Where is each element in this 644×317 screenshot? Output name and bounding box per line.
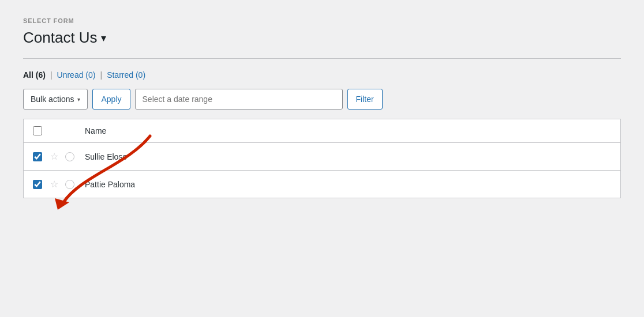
- tab-all[interactable]: All (6): [23, 70, 46, 80]
- tab-unread[interactable]: Unread (0): [57, 70, 96, 80]
- row-1-checkbox-col: [33, 152, 50, 161]
- table-row: ☆ Pattie Paloma: [24, 171, 620, 198]
- row-2-read-col: [65, 180, 80, 189]
- header-name-col: Name: [85, 126, 611, 135]
- tab-unread-count: (0): [85, 70, 95, 80]
- table-row: ☆ Sullie Eloso: [24, 143, 620, 171]
- chevron-down-icon[interactable]: ▾: [101, 32, 106, 44]
- row-1-read-col: [65, 152, 80, 161]
- bulk-actions-chevron-icon: ▾: [77, 96, 80, 103]
- row-1-star-icon[interactable]: ☆: [50, 151, 58, 162]
- tab-all-count: (6): [36, 70, 46, 80]
- form-title-row: Contact Us ▾: [23, 29, 621, 47]
- row-2-name: Pattie Paloma: [85, 180, 611, 189]
- table-wrapper: Name ☆ Sullie Eloso: [23, 119, 621, 198]
- tab-divider-2: |: [100, 70, 102, 80]
- tab-unread-label: Unread: [57, 70, 84, 80]
- tab-starred[interactable]: Starred (0): [107, 70, 145, 80]
- bulk-actions-label: Bulk actions: [31, 95, 74, 104]
- table-header: Name: [24, 119, 620, 143]
- row-2-checkbox[interactable]: [33, 180, 42, 189]
- filter-button[interactable]: Filter: [347, 89, 383, 110]
- row-2-checkbox-col: [33, 180, 50, 189]
- bulk-actions-button[interactable]: Bulk actions ▾: [23, 89, 88, 110]
- apply-button[interactable]: Apply: [92, 89, 130, 110]
- tab-all-label: All: [23, 70, 33, 80]
- filter-tabs: All (6) | Unread (0) | Starred (0): [23, 70, 621, 80]
- toolbar: Bulk actions ▾ Apply Filter: [23, 89, 621, 110]
- tab-starred-label: Starred: [107, 70, 133, 80]
- select-all-checkbox[interactable]: [33, 126, 42, 135]
- header-checkbox-col: [33, 126, 50, 135]
- tab-starred-count: (0): [136, 70, 145, 80]
- entries-table: Name ☆ Sullie Eloso: [23, 119, 621, 198]
- page-container: SELECT FORM Contact Us ▾ All (6) | Unrea…: [0, 0, 644, 317]
- select-form-label: SELECT FORM: [23, 17, 621, 24]
- row-1-read-icon[interactable]: [65, 152, 74, 161]
- row-2-read-icon[interactable]: [65, 180, 74, 189]
- svg-marker-0: [55, 198, 69, 210]
- section-divider: [23, 58, 621, 59]
- row-1-star-col: ☆: [50, 151, 65, 162]
- form-title: Contact Us: [23, 29, 98, 47]
- row-1-name: Sullie Eloso: [85, 152, 611, 161]
- row-2-star-col: ☆: [50, 179, 65, 190]
- row-1-checkbox[interactable]: [33, 152, 42, 161]
- row-2-star-icon[interactable]: ☆: [50, 179, 58, 190]
- tab-divider-1: |: [50, 70, 53, 80]
- date-range-input[interactable]: [135, 89, 343, 110]
